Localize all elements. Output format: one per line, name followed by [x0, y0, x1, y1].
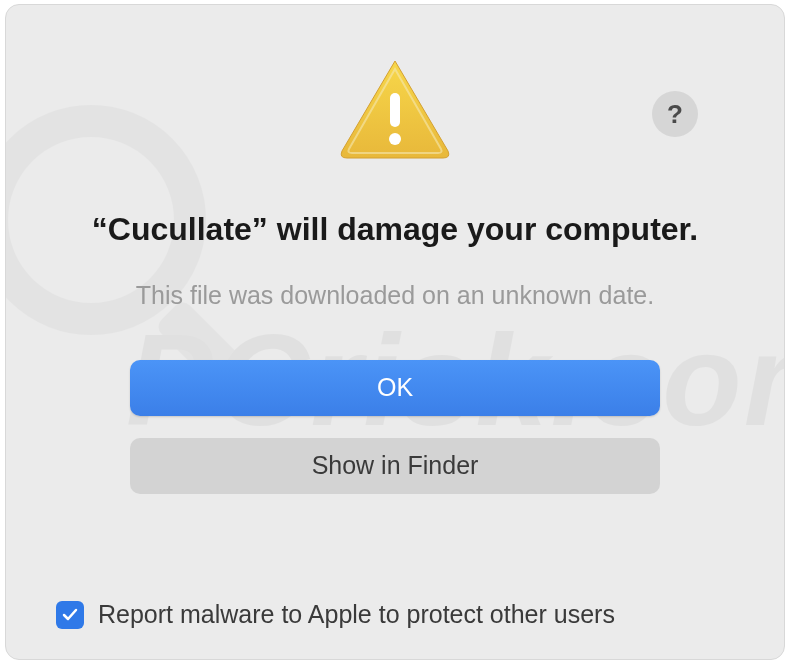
- svg-rect-0: [390, 93, 400, 127]
- report-malware-label: Report malware to Apple to protect other…: [98, 600, 615, 629]
- show-in-finder-button[interactable]: Show in Finder: [130, 438, 660, 494]
- svg-point-1: [389, 133, 401, 145]
- button-container: OK Show in Finder: [130, 360, 660, 494]
- dialog-title: “Cucullate” will damage your computer.: [92, 209, 698, 251]
- report-malware-row: Report malware to Apple to protect other…: [56, 600, 615, 629]
- dialog-subtitle: This file was downloaded on an unknown d…: [136, 281, 654, 310]
- help-icon: ?: [667, 99, 683, 130]
- warning-icon: [335, 55, 455, 169]
- help-button[interactable]: ?: [652, 91, 698, 137]
- malware-warning-dialog: PCrisk.com ? “Cucullate” will damag: [5, 4, 785, 660]
- checkmark-icon: [60, 605, 80, 625]
- report-malware-checkbox[interactable]: [56, 601, 84, 629]
- ok-button[interactable]: OK: [130, 360, 660, 416]
